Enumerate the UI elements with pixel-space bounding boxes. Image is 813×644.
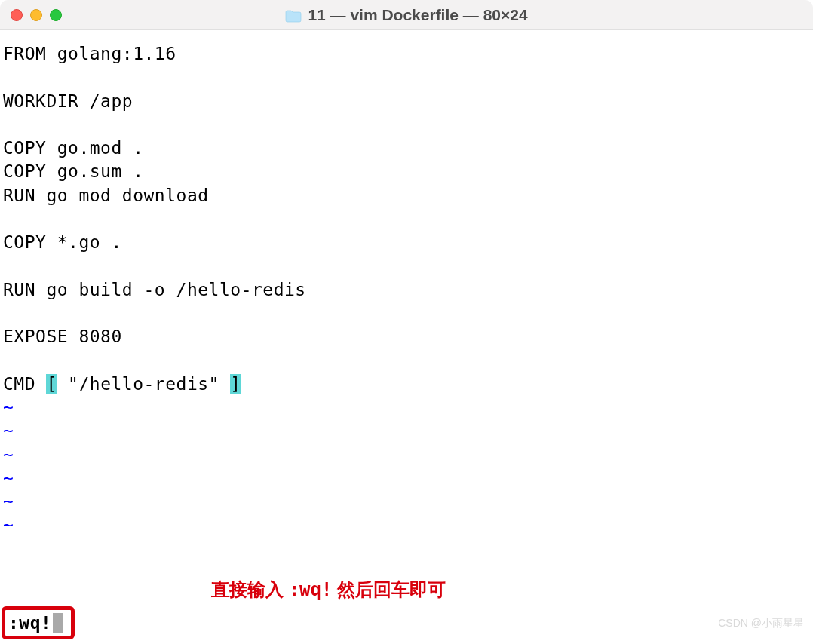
command-text: :wq! [8, 613, 51, 633]
code-line: EXPOSE 8080 [3, 327, 122, 346]
editor-area[interactable]: FROM golang:1.16 WORKDIR /app COPY go.mo… [0, 30, 813, 538]
code-line: COPY go.sum . [3, 161, 144, 181]
command-box: :wq! [2, 606, 75, 639]
annotation-command: :wq! [289, 579, 333, 600]
folder-icon [285, 8, 302, 22]
annotation-text: 直接输入 :wq! 然后回车即可 [211, 578, 446, 602]
code-line: COPY *.go . [3, 232, 122, 252]
code-line: FROM golang:1.16 [3, 44, 176, 63]
vim-tilde: ~ [3, 468, 14, 488]
vim-tilde: ~ [3, 445, 14, 465]
vim-tilde: ~ [3, 421, 14, 440]
code-line: COPY go.mod . [3, 138, 144, 158]
watermark-text: CSDN @小雨星星 [718, 617, 804, 630]
code-line: WORKDIR /app [3, 91, 133, 111]
minimize-icon[interactable] [30, 9, 42, 21]
cmd-line: CMD [ "/hello-redis" ] [3, 374, 241, 394]
vim-command-line[interactable]: :wq! [2, 606, 75, 639]
maximize-icon[interactable] [50, 9, 62, 21]
code-line: RUN go build -o /hello-redis [3, 280, 306, 299]
cursor-icon [53, 613, 63, 633]
window-titlebar: 11 — vim Dockerfile — 80×24 [0, 0, 813, 30]
close-icon[interactable] [11, 9, 23, 21]
bracket-close: ] [230, 374, 241, 394]
vim-tilde: ~ [3, 397, 14, 417]
traffic-lights [11, 9, 62, 21]
code-line: RUN go mod download [3, 186, 209, 205]
annotation-post: 然后回车即可 [332, 579, 446, 600]
vim-tilde: ~ [3, 515, 14, 535]
vim-tilde: ~ [3, 492, 14, 511]
window-title: 11 — vim Dockerfile — 80×24 [0, 6, 813, 24]
window-title-text: 11 — vim Dockerfile — 80×24 [308, 6, 527, 24]
bracket-open: [ [46, 374, 57, 394]
cmd-prefix: CMD [3, 374, 46, 394]
cmd-content: "/hello-redis" [57, 374, 231, 394]
annotation-pre: 直接输入 [211, 579, 289, 600]
